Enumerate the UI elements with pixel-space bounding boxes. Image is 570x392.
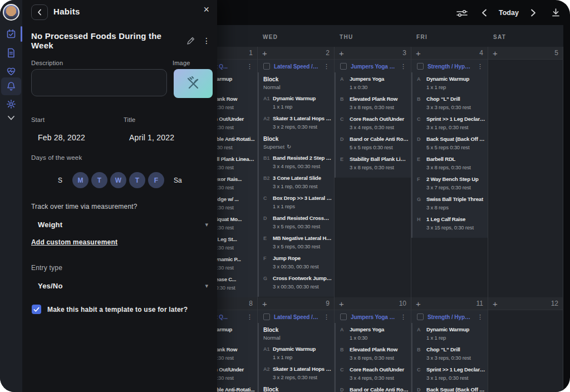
template-checkbox[interactable] xyxy=(32,305,41,314)
exercise-detail: 3 x 1 rep, 0:30 rest xyxy=(426,123,485,131)
card-menu-icon[interactable]: ⋮ xyxy=(477,63,483,70)
bell-icon[interactable] xyxy=(6,81,16,91)
exercise-row[interactable]: AJumpers Yoga1 x 0:30 xyxy=(336,73,411,93)
exercise-row[interactable]: BChop “L” Drill3 x 3 reps, 0:30 rest xyxy=(412,344,488,364)
workout-title[interactable]: Lateral Speed / Plyo xyxy=(274,314,320,320)
workout-title[interactable]: Jumpers Yoga / Core xyxy=(351,63,396,70)
exercise-row[interactable]: ADynamic Warmup1 x 1 rep xyxy=(412,73,488,93)
avatar[interactable] xyxy=(3,4,19,21)
exercise-row[interactable]: EBarbell RDL3 x 8 reps, 0:30 rest xyxy=(412,153,488,173)
add-entry-button[interactable]: + xyxy=(416,49,421,57)
workout-title[interactable]: Strength / Hypertro... xyxy=(428,314,473,320)
back-button[interactable] xyxy=(31,4,48,20)
workout-checkbox[interactable] xyxy=(263,63,270,70)
add-custom-measurement-link[interactable]: Add custom measurement xyxy=(31,238,117,246)
exercise-row[interactable]: EStability Ball Plank Linear ...3 x 8 re… xyxy=(336,153,411,173)
block-header: BlockSuperset↻ xyxy=(259,133,334,152)
exercise-row[interactable]: CCore Reach Out/Under3 x 4 reps, 0:30 re… xyxy=(336,364,411,384)
exercise-tag: D xyxy=(340,135,350,143)
exercise-row[interactable]: DBack Squat (Back Off Set)5 x 5 reps 0:3… xyxy=(412,384,488,392)
exercise-row[interactable]: FJump Rope3 x 00:30, 00:30 rest xyxy=(259,252,334,272)
exercise-row[interactable]: BElevated Plank Row3 x 8 reps, 0:30 rest xyxy=(336,93,411,113)
card-menu-icon[interactable]: ⋮ xyxy=(477,314,483,320)
exercise-row[interactable]: GCross Footwork Jump Rope3 x 00:30, 00:3… xyxy=(259,272,334,292)
day-toggle-monday[interactable]: M xyxy=(72,172,89,188)
day-toggle-saturday[interactable]: Sa xyxy=(174,177,182,184)
exercise-row[interactable]: B1Band Resisted 2 Step Late...3 x 4 reps… xyxy=(259,152,334,172)
add-entry-button[interactable]: + xyxy=(339,49,344,57)
exercise-row[interactable]: AJumpers Yoga1 x 0:30 xyxy=(336,324,411,344)
card-menu-icon[interactable]: ⋮ xyxy=(247,63,253,70)
calendar-day-cell: +9Lateral Speed / Plyo⋮BlockNormalA1Dyna… xyxy=(257,297,334,392)
exercise-row[interactable]: A2Skater 3 Lateral Hops >> ...3 x 2 reps… xyxy=(259,363,334,383)
download-icon[interactable] xyxy=(551,8,561,18)
day-toggle-tuesday[interactable]: T xyxy=(91,172,107,188)
exercise-row[interactable]: A2Skater 3 Lateral Hops >> ...3 x 2 reps… xyxy=(259,112,334,133)
gear-icon[interactable] xyxy=(6,99,16,109)
exercise-row[interactable]: GSwiss Ball Triple Threat3 x 8 reps xyxy=(412,193,488,213)
exercise-row[interactable]: CSprint >> 1 Leg Declarations3 x 1 rep, … xyxy=(412,364,488,384)
prev-week-icon[interactable] xyxy=(480,8,488,17)
exercise-row[interactable]: EMB Negative Lateral Hop...3 x 5 reps, 0… xyxy=(259,232,334,252)
add-entry-button[interactable]: + xyxy=(262,300,267,308)
sidebar-expand-chevron-icon[interactable] xyxy=(6,115,16,125)
heart-pulse-icon[interactable] xyxy=(6,66,16,76)
card-menu-icon[interactable]: ⋮ xyxy=(247,314,253,320)
start-date-value[interactable]: Feb 28, 2022 xyxy=(38,133,85,142)
add-entry-button[interactable]: + xyxy=(339,300,344,308)
exercise-row[interactable]: CBox Drop >> 3 Lateral H...1 x 1 reps xyxy=(259,192,334,212)
habit-menu-icon[interactable]: ⋮ xyxy=(203,36,210,45)
day-toggle-thursday[interactable]: T xyxy=(129,172,145,188)
add-entry-button[interactable]: + xyxy=(262,49,267,57)
workout-title[interactable]: Strength / Hypertro... xyxy=(428,63,473,70)
add-entry-button[interactable]: + xyxy=(493,49,498,57)
exercise-name: Core Reach Out/Under xyxy=(350,366,409,374)
exercise-tag: A1 xyxy=(263,345,273,353)
day-toggle-wednesday[interactable]: W xyxy=(110,172,126,188)
exercise-row[interactable]: DBand or Cable Anti Rotati...5 x 5 reps … xyxy=(336,384,411,392)
measurement-dropdown[interactable]: Weight ▾ xyxy=(31,218,208,231)
workout-checkbox[interactable] xyxy=(340,313,347,320)
document-icon[interactable] xyxy=(6,48,16,58)
exercise-row[interactable]: H1 Leg Calf Raise3 x 15 reps, 0:30 rest xyxy=(412,213,488,233)
exercise-row[interactable]: CSprint >> 1 Leg Declarations3 x 1 rep, … xyxy=(412,113,488,133)
card-menu-icon[interactable]: ⋮ xyxy=(323,63,330,70)
workout-checkbox[interactable] xyxy=(263,313,270,320)
day-toggle-friday[interactable]: F xyxy=(148,172,164,188)
exercise-row[interactable]: BElevated Plank Row3 x 8 reps, 0:30 rest xyxy=(336,344,411,364)
image-button[interactable] xyxy=(174,69,213,98)
calendar-check-icon[interactable] xyxy=(6,29,16,39)
card-menu-icon[interactable]: ⋮ xyxy=(323,314,330,320)
exercise-row[interactable]: BChop “L” Drill3 x 3 reps, 0:30 rest xyxy=(412,93,488,113)
exercise-row[interactable]: DBand or Cable Anti Rotati...5 x 5 reps … xyxy=(336,133,411,153)
workout-checkbox[interactable] xyxy=(340,63,347,70)
workout-title[interactable]: Jumpers Yoga / Core xyxy=(351,314,396,320)
exercise-tag: C xyxy=(340,115,350,123)
workout-card: Strength / Hypertro...⋮ADynamic Warmup1 … xyxy=(411,310,488,392)
day-toggle-sunday[interactable]: S xyxy=(58,177,62,184)
exercise-row[interactable]: ADynamic Warmup1 x 1 rep xyxy=(412,324,488,344)
card-menu-icon[interactable]: ⋮ xyxy=(400,314,406,320)
exercise-row[interactable]: CCore Reach Out/Under3 x 4 reps, 0:30 re… xyxy=(336,113,411,133)
exercise-row[interactable]: A1Dynamic Warmup1 x 1 rep xyxy=(259,343,334,363)
card-menu-icon[interactable]: ⋮ xyxy=(400,63,406,70)
workout-title[interactable]: Lateral Speed / Plyo xyxy=(274,63,320,70)
exercise-name: Stability Ball Plank Linear ... xyxy=(350,155,409,163)
edit-pencil-icon[interactable] xyxy=(186,37,195,45)
description-input[interactable] xyxy=(31,69,167,96)
next-week-icon[interactable] xyxy=(529,8,537,17)
workout-checkbox[interactable] xyxy=(417,313,424,320)
close-icon[interactable]: × xyxy=(203,4,209,14)
exercise-row[interactable]: B23 Cone Lateral Slide3 x 1 rep, 00:30 r… xyxy=(259,172,334,192)
filter-sliders-icon[interactable] xyxy=(456,9,468,18)
workout-checkbox[interactable] xyxy=(417,63,424,70)
add-entry-button[interactable]: + xyxy=(493,300,498,308)
today-button[interactable]: Today xyxy=(499,9,519,17)
exercise-row[interactable]: F2 Way Bench Step Up3 x 7 reps, 0:30 res… xyxy=(412,173,488,193)
entry-type-dropdown[interactable]: Yes/No ▾ xyxy=(31,280,208,292)
exercise-row[interactable]: DBack Squat (Back Off Set)5 x 5 reps 0:3… xyxy=(412,133,488,153)
add-entry-button[interactable]: + xyxy=(416,300,421,308)
exercise-row[interactable]: DBand Resisted Crossover...3 x 5 reps, 0… xyxy=(259,212,334,232)
exercise-row[interactable]: A1Dynamic Warmup1 x 1 rep xyxy=(259,92,334,112)
end-date-value[interactable]: April 1, 2022 xyxy=(129,133,174,142)
